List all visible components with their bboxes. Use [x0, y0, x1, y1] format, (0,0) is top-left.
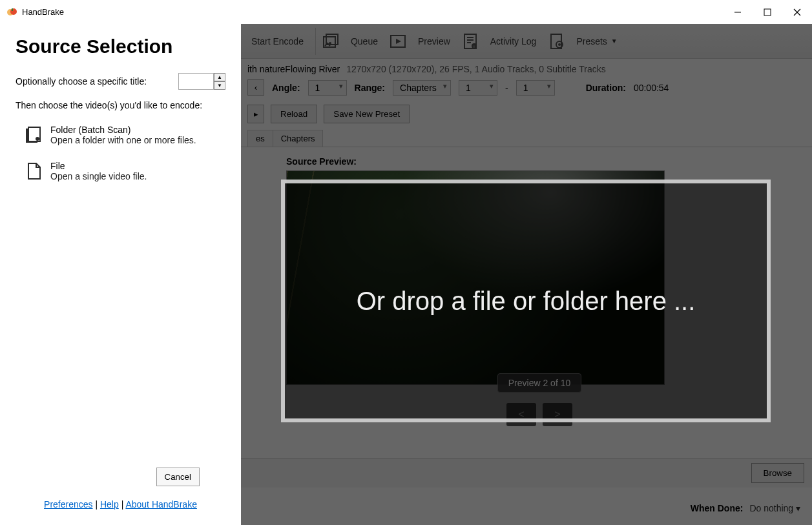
open-folder-option[interactable]: Folder (Batch Scan) Open a folder with o…	[16, 125, 225, 145]
svg-point-23	[558, 43, 561, 46]
preview-button[interactable]: Preview	[413, 32, 455, 50]
title-label: Optionally choose a specific title:	[16, 76, 147, 87]
footer-links: Preferences | Help | About HandBrake	[16, 499, 225, 519]
svg-rect-4	[764, 9, 771, 15]
help-link[interactable]: Help	[100, 499, 119, 510]
close-button[interactable]	[782, 3, 812, 22]
source-selection-heading: Source Selection	[16, 36, 225, 57]
about-link[interactable]: About HandBrake	[125, 499, 197, 510]
file-option-title: File	[50, 161, 147, 171]
tab-chapters[interactable]: Chapters	[273, 130, 324, 147]
toolbar: Start Encode Queue Preview i Activity Lo…	[241, 24, 812, 59]
drop-zone[interactable]: Or drop a file or folder here ...	[281, 180, 771, 422]
angle-label: Angle:	[272, 83, 300, 93]
preview-icon[interactable]	[390, 33, 406, 50]
range-type-select[interactable]: Chapters	[393, 80, 451, 96]
folder-option-title: Folder (Batch Scan)	[50, 125, 196, 135]
title-spinner-down[interactable]: ▼	[214, 81, 225, 90]
when-done-select[interactable]: Do nothing ▾	[749, 503, 800, 513]
queue-button[interactable]: Queue	[346, 32, 383, 50]
tab-truncated[interactable]: es	[247, 130, 273, 147]
drop-zone-text: Or drop a file or folder here ...	[357, 287, 696, 316]
duration-value: 00:00:54	[634, 83, 669, 93]
range-to-select[interactable]: 1	[516, 80, 555, 96]
start-encode-button[interactable]: Start Encode	[246, 32, 309, 50]
app-icon	[6, 6, 18, 18]
presets-icon[interactable]	[548, 33, 565, 50]
cancel-button[interactable]: Cancel	[156, 468, 200, 486]
title-spinner-up[interactable]: ▲	[214, 73, 225, 81]
svg-marker-14	[396, 39, 401, 44]
svg-point-9	[36, 137, 39, 141]
svg-text:i: i	[474, 45, 474, 48]
window-title: HandBrake	[22, 7, 64, 17]
reload-button[interactable]: Reload	[271, 105, 317, 123]
angle-select[interactable]: 1	[308, 80, 347, 96]
queue-add-icon[interactable]	[322, 33, 339, 50]
title-prev-button[interactable]: ‹	[247, 79, 264, 96]
folder-icon	[25, 126, 43, 144]
duration-label: Duration:	[586, 83, 626, 93]
when-done-label: When Done:	[691, 503, 744, 513]
source-selection-panel: Source Selection Optionally choose a spe…	[0, 24, 241, 525]
file-option-desc: Open a single video file.	[50, 171, 147, 181]
save-new-preset-button[interactable]: Save New Preset	[324, 105, 410, 123]
maximize-button[interactable]	[753, 3, 782, 22]
file-icon	[25, 162, 43, 180]
preset-expand-button[interactable]: ▸	[247, 105, 264, 123]
titlebar: HandBrake	[0, 0, 812, 24]
window: HandBrake Source Selection Optionally ch…	[0, 0, 812, 525]
svg-rect-2	[12, 8, 13, 11]
browse-button[interactable]: Browse	[751, 463, 804, 483]
activity-log-button[interactable]: Activity Log	[485, 32, 542, 50]
range-from-select[interactable]: 1	[459, 80, 497, 96]
source-instruction: Then choose the video(s) you'd like to e…	[16, 100, 225, 110]
range-label: Range:	[355, 83, 385, 93]
folder-option-desc: Open a folder with one or more files.	[50, 135, 196, 145]
presets-button[interactable]: Presets ▼	[571, 32, 622, 50]
preferences-link[interactable]: Preferences	[44, 499, 92, 510]
source-meta: 1270x720 (1270x720), 26 FPS, 1 Audio Tra…	[346, 64, 606, 74]
activity-log-icon[interactable]: i	[462, 33, 479, 50]
source-preview-title: Source Preview:	[286, 156, 793, 167]
svg-point-1	[10, 8, 17, 15]
minimize-button[interactable]	[723, 3, 753, 22]
open-file-option[interactable]: File Open a single video file.	[16, 161, 225, 181]
source-name: ith natureFlowing River	[247, 64, 340, 74]
title-number-input[interactable]	[178, 73, 214, 90]
